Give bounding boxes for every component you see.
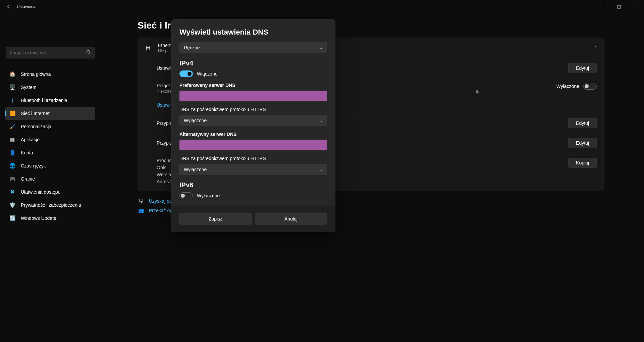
nav-label: Prywatność i zabezpieczenia (21, 202, 81, 208)
nav-icon: 🎮 (9, 176, 15, 182)
svg-point-2 (87, 50, 90, 53)
cancel-button[interactable]: Anuluj (255, 213, 327, 225)
sidebar-item-2[interactable]: ᚼBluetooth i urządzenia (5, 94, 95, 107)
sidebar-item-5[interactable]: ▦Aplikacje (5, 133, 95, 146)
nav-label: Bluetooth i urządzenia (21, 98, 67, 103)
sidebar: 🏠Strona główna🖥️SystemᚼBluetooth i urząd… (0, 13, 101, 342)
ipv6-heading: IPv6 (179, 181, 327, 189)
nav-label: Granie (21, 176, 35, 182)
nav-label: Windows Update (21, 215, 56, 221)
sidebar-item-3[interactable]: 📶Sieć i Internet (5, 107, 95, 120)
metered-toggle[interactable] (583, 83, 597, 90)
sidebar-item-10[interactable]: 🛡️Prywatność i zabezpieczenia (5, 199, 95, 211)
nav-icon: 📶 (9, 110, 15, 116)
search-input[interactable] (10, 50, 86, 55)
nav-icon: 🖥️ (9, 84, 15, 90)
ipv6-state: Wyłączone (197, 193, 220, 198)
search-icon (86, 50, 91, 56)
nav-icon: 🌐 (9, 163, 15, 169)
doh-select[interactable]: Wyłączone ⌄ (179, 115, 327, 126)
ipv4-state: Włączone (197, 71, 217, 77)
monitor-icon: 🖥 (145, 45, 158, 52)
nav-icon: 🏠 (9, 71, 15, 77)
dialog-title: Wyświetl ustawienia DNS (179, 28, 327, 37)
edit-button-3[interactable]: Edytuj (568, 138, 597, 148)
nav-label: Ułatwienia dostępu (21, 189, 60, 195)
nav-icon: 👤 (9, 150, 15, 156)
nav-label: Konta (21, 150, 33, 155)
nav-icon: 🔄 (9, 215, 15, 221)
svg-line-3 (89, 53, 91, 54)
alt-dns-input[interactable] (179, 140, 327, 150)
nav-label: Sieć i Internet (21, 111, 50, 116)
doh2-label: DNS za pośrednictwem protokołu HTTPS (179, 156, 327, 161)
edit-button[interactable]: Edytuj (568, 63, 597, 73)
chevron-up-icon[interactable]: ˄ (595, 46, 597, 50)
nav-icon: ᚼ (9, 98, 15, 103)
nav-icon: ✖ (9, 189, 15, 195)
copy-button[interactable]: Kopiuj (568, 158, 597, 168)
help-icon: 🗨 (138, 198, 144, 204)
back-button[interactable] (2, 0, 15, 13)
sidebar-item-8[interactable]: 🎮Granie (5, 173, 95, 185)
nav-label: System (21, 85, 37, 90)
doh2-select[interactable]: Wyłączone ⌄ (179, 164, 327, 175)
nav-icon: 🛡️ (9, 202, 15, 208)
metered-value: Wyłączone (556, 84, 579, 89)
sidebar-item-11[interactable]: 🔄Windows Update (5, 212, 95, 225)
metered-sub: Niektóre (157, 89, 172, 94)
sidebar-item-6[interactable]: 👤Konta (5, 146, 95, 159)
nav-label: Aplikacje (21, 137, 40, 142)
nav-label: Strona główna (21, 71, 51, 77)
save-button[interactable]: Zapisz (179, 213, 252, 225)
ipv4-heading: IPv4 (179, 59, 327, 67)
search-box[interactable] (6, 47, 95, 58)
preferred-dns-label: Preferowany serwer DNS (179, 83, 327, 88)
chevron-down-icon: ⌄ (320, 167, 323, 172)
sidebar-item-4[interactable]: 🖌️Personalizacja (5, 120, 95, 133)
feedback-icon: 👥 (138, 208, 144, 213)
preferred-dns-input[interactable] (179, 91, 327, 101)
sidebar-item-7[interactable]: 🌐Czas i język (5, 159, 95, 172)
nav-label: Czas i język (21, 163, 46, 168)
nav-label: Personalizacja (21, 124, 51, 129)
chevron-down-icon: ⌄ (320, 46, 323, 50)
metered-sub-trail: ą. (476, 89, 479, 94)
alt-dns-label: Alternatywny serwer DNS (179, 132, 327, 137)
ipv4-toggle[interactable] (179, 70, 193, 77)
nav-icon: ▦ (9, 137, 15, 143)
edit-button-2[interactable]: Edytuj (568, 118, 597, 128)
sidebar-item-1[interactable]: 🖥️System (5, 81, 95, 94)
titlebar: Ustawienia (0, 0, 644, 13)
mode-select[interactable]: Ręczne ⌄ (179, 42, 327, 53)
app-title: Ustawienia (17, 4, 37, 9)
ipv6-toggle[interactable] (179, 192, 193, 199)
close-button[interactable] (627, 1, 642, 12)
sidebar-item-9[interactable]: ✖Ułatwienia dostępu (5, 186, 95, 198)
nav-icon: 🖌️ (9, 124, 15, 130)
minimize-button[interactable] (596, 1, 611, 12)
dns-settings-dialog: Wyświetl ustawienia DNS Ręczne ⌄ IPv4 Wł… (171, 19, 335, 232)
chevron-down-icon: ⌄ (320, 118, 323, 123)
svg-rect-1 (618, 5, 621, 8)
sidebar-item-0[interactable]: 🏠Strona główna (5, 68, 95, 81)
doh-label: DNS za pośrednictwem protokołu HTTPS (179, 107, 327, 112)
maximize-button[interactable] (611, 1, 627, 12)
